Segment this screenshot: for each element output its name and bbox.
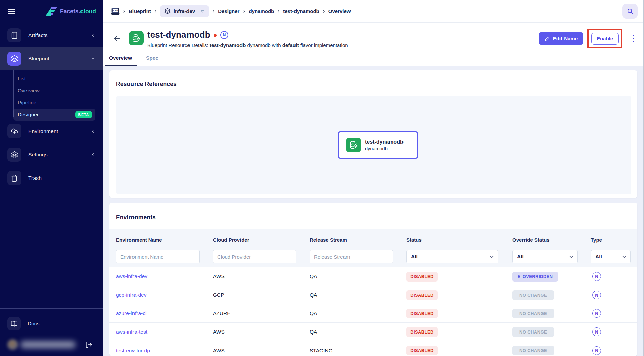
chevron-left-icon [91,33,95,38]
table-row: aws-infra-dev AWS QA DISABLED OVERRIDDEN… [109,267,637,286]
environment-name-link[interactable]: aws-infra-test [116,329,147,335]
override-status-badge: NO CHANGE [512,346,554,355]
cloud-provider-filter-input[interactable] [213,250,296,263]
page-header: test-dynamodb N Blueprint Resource Detai… [103,23,644,66]
override-dot [518,275,520,278]
release-stream-cell: QA [310,329,406,335]
sidebar-item-settings[interactable]: Settings [0,143,103,166]
column-header-environment-name: Environment Name [116,237,213,243]
status-badge: DISABLED [406,272,438,282]
breadcrumb: DEMO Blueprint infra-dev Designer [111,5,351,17]
topbar: DEMO Blueprint infra-dev Designer [103,0,644,23]
back-button[interactable] [113,35,121,42]
facets-logo: Facets.cloud [45,6,96,17]
override-status-badge: NO CHANGE [512,309,554,318]
sidebar-item-docs[interactable]: Docs [7,317,95,330]
environment-selector-chip[interactable]: infra-dev [160,5,209,17]
user-name-redacted [20,341,76,348]
override-status-badge: OVERRIDDEN [512,272,558,282]
column-header-type: Type [591,237,631,243]
release-stream-cell: QA [310,310,406,316]
tab-spec[interactable]: Spec [142,50,163,66]
menu-toggle-button[interactable] [8,9,15,14]
sidebar-item-blueprint-pipeline[interactable]: Pipeline [13,97,95,109]
sidebar-item-blueprint[interactable]: Blueprint [0,47,103,70]
sidebar-item-label: Artifacts [28,32,48,38]
type-badge: N [592,346,601,355]
triangle-down-icon [200,9,205,14]
avatar [7,339,18,350]
override-status-filter-select[interactable]: All [512,250,578,263]
submenu-guide-line [13,70,14,117]
main-area: DEMO Blueprint infra-dev Designer [103,0,644,356]
table-row: gcp-infra-dev GCP QA DISABLED NO CHANGE … [109,286,637,304]
edit-name-button[interactable]: Edit Name [539,32,583,45]
laptop-demo-icon: DEMO [111,7,120,16]
environment-name-filter-input[interactable] [116,250,200,263]
breadcrumb-test-dynamodb[interactable]: test-dynamodb [283,8,319,14]
sidebar-item-environment[interactable]: Environment [0,119,103,143]
sidebar-item-artifacts[interactable]: Artifacts [0,23,103,47]
sub-item-label: List [18,75,26,82]
environments-card: Environments Environment Name Cloud Prov… [109,203,637,356]
blueprint-submenu: List Overview Pipeline Designer BETA [0,70,103,119]
modified-dot [214,34,217,37]
type-filter-value: All [595,254,602,260]
tab-overview[interactable]: Overview [105,50,137,66]
book-open-icon [7,317,21,330]
chevron-down-icon [621,254,627,260]
search-button[interactable] [622,4,638,19]
environment-name-link[interactable]: aws-infra-dev [116,273,147,279]
breadcrumb-blueprint[interactable]: Blueprint [129,8,151,14]
sidebar-item-label: Trash [28,175,42,181]
sub-item-label: Overview [18,88,40,94]
layers-icon [7,52,21,66]
search-icon [627,8,634,15]
status-filter-select[interactable]: All [406,250,498,263]
resource-graph-canvas: test-dynamodb dynamodb [116,96,631,194]
sidebar-item-blueprint-overview[interactable]: Overview [13,85,95,97]
breadcrumb-dynamodb[interactable]: dynamodb [249,8,274,14]
enable-button[interactable]: Enable [591,33,619,45]
chevron-right-icon [322,9,326,13]
column-header-status: Status [406,237,512,243]
type-badge: N [592,291,601,299]
tab-bar: Overview Spec [103,50,163,66]
resource-node[interactable]: test-dynamodb dynamodb [338,131,418,159]
environment-name-link[interactable]: test-env-for-dp [116,348,150,353]
facets-logo-text: Facets.cloud [60,8,96,15]
chevron-left-icon [91,129,95,134]
breadcrumb-overview[interactable]: Overview [328,8,351,14]
cloud-provider-cell: AWS [213,273,310,279]
breadcrumb-designer[interactable]: Designer [218,8,239,14]
beta-badge: BETA [75,111,92,118]
more-options-button[interactable] [631,34,637,44]
pencil-icon [544,36,550,41]
cloud-download-icon [7,124,21,138]
sidebar-item-blueprint-designer[interactable]: Designer BETA [13,109,95,121]
gear-icon [7,148,21,162]
sidebar-item-label: Blueprint [28,56,49,62]
docs-label: Docs [28,321,39,327]
sidebar-item-trash[interactable]: Trash [0,166,103,190]
sub-item-label: Pipeline [18,100,36,106]
type-filter-select[interactable]: All [591,250,631,263]
environment-name-link[interactable]: azure-infra-ci [116,310,146,316]
chevron-right-icon [277,9,280,13]
user-row[interactable] [7,339,95,350]
environment-name-link[interactable]: gcp-infra-dev [116,292,146,298]
sidebar-item-label: Settings [28,152,48,158]
status-badge: DISABLED [406,346,438,355]
trash-icon [7,171,21,185]
logout-icon[interactable] [85,341,93,348]
edit-name-label: Edit Name [553,36,578,41]
app-root: Facets.cloud Artifacts Blueprint [0,0,644,356]
table-row: azure-infra-ci AZURE QA DISABLED NO CHAN… [109,304,637,323]
sidebar-header: Facets.cloud [0,0,103,23]
sidebar-item-blueprint-list[interactable]: List [13,72,95,85]
page-title: test-dynamodb [147,30,210,40]
chevron-down-icon [91,56,95,61]
override-filter-value: All [517,254,524,260]
release-stream-filter-input[interactable] [310,250,393,263]
dynamodb-icon [129,31,144,45]
